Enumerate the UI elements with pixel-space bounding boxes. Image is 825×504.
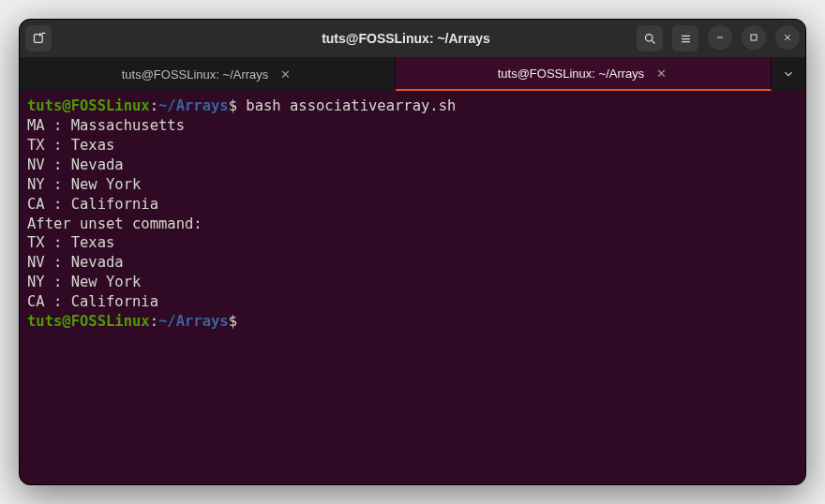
tab-dropdown-button[interactable] (772, 57, 805, 91)
svg-rect-0 (34, 34, 42, 42)
prompt-colon: : (150, 313, 158, 330)
terminal-window: tuts@FOSSLinux: ~/Arrays tuts@FOSSLinux:… (19, 19, 806, 485)
output-line: CA : California (27, 292, 798, 312)
command-text: bash associativearray.sh (237, 97, 456, 114)
prompt-at: @ (62, 97, 70, 114)
prompt-line: tuts@FOSSLinux:~/Arrays$ (27, 312, 798, 332)
tab-close-icon[interactable]: ✕ (278, 67, 292, 82)
menu-button[interactable] (672, 25, 698, 52)
svg-rect-9 (751, 35, 757, 40)
titlebar-right (637, 25, 800, 52)
prompt-host: FOSSLinux (71, 313, 150, 330)
maximize-button[interactable] (742, 25, 766, 50)
tabbar: tuts@FOSSLinux: ~/Arrays ✕ tuts@FOSSLinu… (20, 57, 805, 91)
output-line: TX : Texas (27, 233, 798, 253)
output-line: TX : Texas (27, 136, 798, 156)
prompt-path: ~/Arrays (158, 313, 229, 330)
output-line: NY : New York (27, 273, 798, 292)
svg-point-3 (645, 34, 652, 41)
window-title: tuts@FOSSLinux: ~/Arrays (181, 31, 631, 46)
tab-1[interactable]: tuts@FOSSLinux: ~/Arrays ✕ (396, 57, 772, 91)
minimize-button[interactable] (708, 25, 732, 50)
prompt-colon: : (150, 97, 158, 114)
prompt-line: tuts@FOSSLinux:~/Arrays$ bash associativ… (27, 96, 798, 116)
titlebar-left (25, 25, 175, 52)
output-line: NY : New York (27, 175, 798, 195)
svg-line-4 (652, 40, 654, 43)
tab-0[interactable]: tuts@FOSSLinux: ~/Arrays ✕ (20, 57, 396, 91)
tab-label: tuts@FOSSLinux: ~/Arrays (122, 67, 269, 82)
prompt-user: tuts (27, 313, 62, 330)
output-line: CA : California (27, 195, 798, 215)
prompt-at: @ (62, 313, 70, 330)
terminal-body[interactable]: tuts@FOSSLinux:~/Arrays$ bash associativ… (20, 91, 805, 484)
output-line: NV : Nevada (27, 253, 798, 273)
output-line: MA : Massachusetts (27, 116, 798, 136)
prompt-host: FOSSLinux (71, 97, 150, 114)
output-line: After unset command: (27, 215, 798, 234)
prompt-dollar: $ (229, 97, 237, 114)
search-button[interactable] (637, 25, 663, 52)
new-tab-button[interactable] (25, 25, 52, 52)
prompt-path: ~/Arrays (158, 97, 229, 114)
titlebar: tuts@FOSSLinux: ~/Arrays (20, 20, 805, 57)
output-line: NV : Nevada (27, 156, 798, 175)
prompt-user: tuts (27, 97, 62, 114)
close-button[interactable] (775, 25, 800, 50)
tab-label: tuts@FOSSLinux: ~/Arrays (498, 67, 645, 81)
prompt-dollar: $ (229, 313, 237, 330)
tab-close-icon[interactable]: ✕ (653, 66, 668, 81)
